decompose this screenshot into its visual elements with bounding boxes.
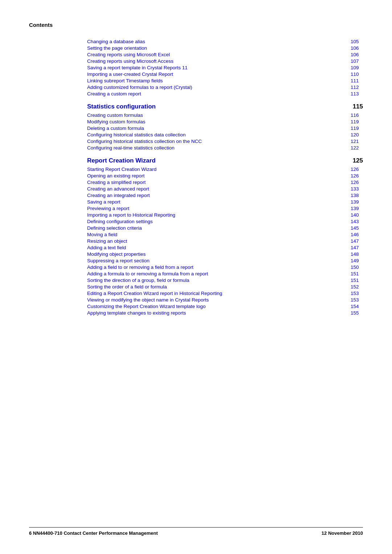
toc-entry-page: 113: [348, 91, 363, 97]
toc-link[interactable]: Adding a text field: [87, 245, 348, 250]
toc-entry-page: 126: [348, 167, 363, 172]
toc-link[interactable]: Configuring real-time statistics collect…: [87, 145, 348, 151]
toc-entry-page: 105: [348, 39, 363, 44]
toc-link[interactable]: Defining selection criteria: [87, 225, 348, 231]
toc-entry: Moving a field146: [87, 232, 363, 237]
toc-link[interactable]: Creating reports using Microsoft Access: [87, 58, 348, 64]
toc-link[interactable]: Saving a report template in Crystal Repo…: [87, 65, 348, 70]
toc-link[interactable]: Creating a custom report: [87, 91, 348, 97]
toc-link[interactable]: Creating reports using Microsoft Excel: [87, 52, 348, 57]
toc-link[interactable]: Creating an integrated report: [87, 193, 348, 198]
toc-link[interactable]: Suppressing a report section: [87, 258, 348, 263]
toc-entry-page: 147: [348, 238, 363, 244]
toc-entry-page: 121: [348, 139, 363, 144]
toc-entry: Importing a user-created Crystal Report1…: [87, 71, 363, 77]
toc-link[interactable]: Linking subreport Timestamp fields: [87, 78, 348, 83]
toc-entry-page: 106: [348, 45, 363, 51]
footer-right: 12 November 2010: [322, 530, 363, 536]
toc-entry: Sorting the order of a field or formula1…: [87, 284, 363, 290]
toc-link[interactable]: Customizing the Report Creation Wizard t…: [87, 304, 348, 309]
toc-link[interactable]: Modifying custom formulas: [87, 119, 348, 124]
toc-entry: Suppressing a report section149: [87, 258, 363, 263]
toc-link[interactable]: Setting the page orientation: [87, 45, 348, 51]
footer: 6 NN44400-710 Contact Center Performance…: [29, 527, 363, 536]
toc-entry-page: 106: [348, 52, 363, 57]
toc-entry: Deleting a custom formula119: [87, 126, 363, 131]
toc-entry: Modifying custom formulas119: [87, 119, 363, 124]
toc-link[interactable]: Creating custom formulas: [87, 112, 348, 118]
toc-link[interactable]: Creating an advanced report: [87, 186, 348, 192]
toc-link[interactable]: Modifying object properties: [87, 251, 348, 257]
toc-link[interactable]: Deleting a custom formula: [87, 126, 348, 131]
toc-entry: Opening an existing report126: [87, 173, 363, 178]
toc-entry: Adding customized formulas to a report (…: [87, 85, 363, 90]
toc-link[interactable]: Adding customized formulas to a report (…: [87, 85, 348, 90]
toc-entry: Changing a database alias105: [87, 39, 363, 44]
toc-entry: Creating reports using Microsoft Excel10…: [87, 52, 363, 57]
toc-entry: Sorting the direction of a group, field …: [87, 278, 363, 283]
toc-link[interactable]: Starting Report Creation Wizard: [87, 167, 348, 172]
toc-link[interactable]: Importing a report to Historical Reporti…: [87, 212, 348, 218]
toc-entry-page: 119: [348, 126, 363, 131]
page: Contents Changing a database alias105Set…: [0, 0, 392, 554]
toc-entry: Creating an advanced report133: [87, 186, 363, 192]
section-title[interactable]: Report Creation Wizard: [87, 157, 341, 164]
toc-entry-page: 151: [348, 278, 363, 283]
toc-link[interactable]: Changing a database alias: [87, 39, 348, 44]
toc-entry-page: 126: [348, 173, 363, 178]
toc-entry: Creating reports using Microsoft Access1…: [87, 58, 363, 64]
toc-link[interactable]: Previewing a report: [87, 206, 348, 211]
toc-link[interactable]: Resizing an object: [87, 238, 348, 244]
toc-link[interactable]: Sorting the direction of a group, field …: [87, 278, 348, 283]
section-header: Statistics configuration115: [87, 103, 363, 110]
toc-link[interactable]: Saving a report: [87, 199, 348, 205]
toc-entry-page: 111: [348, 78, 363, 83]
toc-entry: Creating an integrated report138: [87, 193, 363, 198]
toc-link[interactable]: Editing a Report Creation Wizard report …: [87, 291, 348, 296]
toc-link[interactable]: Adding a formula to or removing a formul…: [87, 271, 348, 276]
toc-entry-page: 138: [348, 193, 363, 198]
toc-entry: Resizing an object147: [87, 238, 363, 244]
toc-entry-page: 148: [348, 251, 363, 257]
toc-entry: Previewing a report139: [87, 206, 363, 211]
toc-link[interactable]: Configuring historical statistics data c…: [87, 132, 348, 138]
toc-link[interactable]: Moving a field: [87, 232, 348, 237]
toc-entry-page: 116: [348, 112, 363, 118]
toc-entry-page: 145: [348, 225, 363, 231]
toc-entry-page: 139: [348, 199, 363, 205]
toc-entry: Customizing the Report Creation Wizard t…: [87, 304, 363, 309]
section-page-number: 115: [341, 103, 363, 110]
toc-entry: Creating custom formulas116: [87, 112, 363, 118]
toc-link[interactable]: Defining configuration settings: [87, 219, 348, 224]
toc-entry-page: 120: [348, 132, 363, 138]
toc-entry: Defining configuration settings143: [87, 219, 363, 224]
toc-entry-page: 140: [348, 212, 363, 218]
toc-entry-page: 151: [348, 271, 363, 276]
toc-entry: Configuring real-time statistics collect…: [87, 145, 363, 151]
toc-link[interactable]: Creating a simplified report: [87, 180, 348, 185]
toc-link[interactable]: Sorting the order of a field or formula: [87, 284, 348, 290]
toc-entry: Adding a field to or removing a field fr…: [87, 264, 363, 270]
toc-entry: Starting Report Creation Wizard126: [87, 167, 363, 172]
toc-link[interactable]: Viewing or modifying the object name in …: [87, 297, 348, 303]
toc-entry: Adding a formula to or removing a formul…: [87, 271, 363, 276]
toc-entry: Saving a report139: [87, 199, 363, 205]
toc-link[interactable]: Adding a field to or removing a field fr…: [87, 264, 348, 270]
toc-entry-page: 147: [348, 245, 363, 250]
toc-container: Changing a database alias105Setting the …: [87, 39, 363, 316]
toc-entry: Defining selection criteria145: [87, 225, 363, 231]
contents-heading: Contents: [29, 22, 363, 28]
footer-left: 6 NN44400-710 Contact Center Performance…: [29, 530, 158, 536]
toc-link[interactable]: Importing a user-created Crystal Report: [87, 71, 348, 77]
toc-entry-page: 107: [348, 58, 363, 64]
section-title[interactable]: Statistics configuration: [87, 103, 341, 110]
toc-link[interactable]: Opening an existing report: [87, 173, 348, 178]
toc-entry: Linking subreport Timestamp fields111: [87, 78, 363, 83]
toc-entry-page: 112: [348, 85, 363, 90]
toc-entry: Viewing or modifying the object name in …: [87, 297, 363, 303]
toc-entry-page: 119: [348, 119, 363, 124]
toc-link[interactable]: Configuring historical statistics collec…: [87, 139, 348, 144]
toc-entry-page: 110: [348, 71, 363, 77]
toc-entry-page: 143: [348, 219, 363, 224]
toc-link[interactable]: Applying template changes to existing re…: [87, 310, 348, 316]
